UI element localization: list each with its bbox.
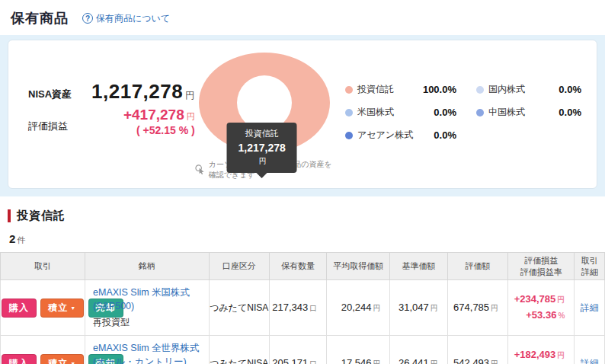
avg-price-cell: 20,244円 (327, 280, 390, 336)
asset-total-number: 1,217,278 (91, 80, 183, 103)
pl-amount-value: +182,493 (514, 349, 556, 360)
chevron-down-icon: ▼ (70, 361, 76, 364)
legend-label: アセアン株式 (357, 129, 434, 142)
pl-amount-unit: 円 (557, 351, 565, 359)
pl-amount-number: +417,278 (123, 107, 184, 123)
header-nav: 基準価額 (390, 253, 447, 280)
value-amount: 674,785 (453, 302, 489, 313)
table-header-row: 取引 銘柄 口座区分 保有数量 平均取得価額 基準価額 評価額 評価損益 評価損… (1, 253, 605, 280)
avg-price-value: 20,244 (341, 302, 372, 313)
header-pl: 評価損益 評価損益率 (508, 253, 575, 280)
holdings-count-number: 2 (9, 232, 15, 245)
nisa-summary-card: NISA資産 評価損益 1,217,278円 +417,278円 ( +52.1… (8, 40, 597, 189)
trade-actions-cell: 購入 積立▼ 売却 (1, 336, 85, 364)
legend-label: 米国株式 (357, 106, 434, 119)
avg-price-unit: 円 (373, 304, 380, 312)
tsumitate-dropdown-button[interactable]: 積立▼ (40, 299, 84, 318)
header-pl-line2: 評価損益率 (508, 267, 574, 278)
header-detail: 取引 詳細 (575, 253, 605, 280)
quantity-unit: 口 (309, 304, 317, 312)
pl-amount-line: +182,493円 (508, 347, 565, 363)
header-name: 銘柄 (85, 253, 210, 280)
pl-cell: +234,785円 +53.36% (508, 280, 575, 336)
legend-value: 0.0% (559, 107, 581, 118)
pl-label: 評価損益 (28, 120, 89, 133)
holdings-count: 2件 (9, 232, 605, 246)
section-header: 投資信託 (8, 209, 605, 223)
legend-item-domestic-stock: 国内株式 0.0% (476, 83, 581, 96)
header-value: 評価額 (447, 253, 507, 280)
value-unit: 円 (491, 359, 498, 364)
section-title: 投資信託 (17, 209, 66, 223)
cursor-icon (195, 164, 205, 176)
table-row: 購入 積立▼ 売却 eMAXIS Slim 米国株式(S&P500) 再投資型 … (1, 280, 605, 336)
buy-button[interactable]: 購入 (2, 299, 37, 318)
summary-values: 1,217,278円 +417,278円 ( +52.15 % ) (89, 51, 195, 180)
allocation-chart-area: 投資信託 1,217,278円 カーソルを乗せると各商品の資産を確認できます (195, 51, 335, 180)
section-accent-bar (8, 209, 11, 222)
nav-value: 26,441 (399, 357, 429, 364)
tsumitate-label: 積立 (48, 357, 68, 364)
legend-dot-asean-stock (345, 132, 353, 139)
tooltip-category: 投資信託 (238, 128, 286, 139)
header-avg-price: 平均取得価額 (327, 253, 390, 280)
avg-price-value: 17,546 (341, 357, 372, 364)
tooltip-unit: 円 (259, 157, 267, 165)
header-pl-line1: 評価損益 (508, 255, 574, 267)
pl-amount-value: +234,785 (514, 293, 556, 305)
legend-column-1: 投資信託 100.0% 米国株式 0.0% アセアン株式 0.0% (345, 83, 456, 180)
legend-label: 中国株式 (488, 106, 559, 119)
legend-dot-china-stock (476, 109, 484, 117)
nav-unit: 円 (431, 359, 438, 364)
quantity-value: 205,171 (272, 357, 308, 364)
pl-percent-unit: % (558, 311, 565, 320)
account-type-cell: つみたてNISA (209, 336, 269, 364)
allocation-legend: 投資信託 100.0% 米国株式 0.0% アセアン株式 0.0% 国内株式 (335, 51, 581, 180)
asset-total-unit: 円 (185, 90, 195, 101)
avg-price-cell: 17,546円 (327, 336, 390, 364)
page-title: 保有商品 (11, 9, 69, 27)
asset-label: NISA資産 (28, 88, 89, 101)
value-cell: 674,785円 (447, 280, 507, 336)
pl-percent-line: +53.36% (508, 308, 565, 324)
avg-price-unit: 円 (373, 359, 380, 364)
value-cell: 542,493円 (447, 336, 507, 364)
detail-cell: 詳細 (575, 280, 605, 336)
chevron-down-icon: ▼ (70, 305, 76, 311)
tooltip-value: 1,217,278円 (238, 142, 286, 167)
asset-total-value: 1,217,278円 (89, 80, 195, 104)
holdings-count-unit: 件 (17, 235, 25, 244)
header-detail-line2: 詳細 (575, 267, 604, 278)
detail-link[interactable]: 詳細 (581, 302, 599, 313)
about-holdings-link[interactable]: ? 保有商品について (82, 12, 170, 25)
legend-dot-domestic-stock (476, 86, 484, 94)
legend-label: 投資信託 (357, 83, 423, 96)
pl-amount: +417,278円 (89, 107, 195, 123)
header-quantity: 保有数量 (269, 253, 326, 280)
page-header: 保有商品 ? 保有商品について (0, 0, 605, 35)
pl-cell: +182,493円 +50.69% (508, 336, 575, 364)
about-holdings-label: 保有商品について (96, 12, 170, 25)
nav-cell: 26,441円 (390, 336, 447, 364)
fund-type: 再投資型 (93, 316, 201, 329)
legend-dot-toushin (345, 86, 353, 94)
fund-name-link[interactable]: eMAXIS Slim 米国株式(S&P500) (93, 286, 201, 313)
summary-labels: NISA資産 評価損益 (28, 51, 89, 180)
buy-button[interactable]: 購入 (2, 354, 37, 364)
header-trade: 取引 (1, 253, 85, 280)
pl-amount-unit: 円 (557, 295, 565, 304)
detail-link[interactable]: 詳細 (581, 358, 599, 364)
tooltip-number: 1,217,278 (238, 142, 286, 154)
legend-item-us-stock: 米国株式 0.0% (345, 106, 456, 119)
quantity-value: 217,343 (272, 302, 308, 313)
fund-name-link[interactable]: eMAXIS Slim 全世界株式(オール・カントリー) (93, 342, 201, 364)
nav-value: 31,047 (399, 302, 429, 313)
legend-value: 0.0% (434, 107, 456, 118)
value-unit: 円 (491, 304, 498, 312)
quantity-cell: 205,171口 (269, 336, 326, 364)
legend-dot-us-stock (345, 109, 353, 117)
tsumitate-dropdown-button[interactable]: 積立▼ (40, 354, 84, 364)
legend-label: 国内株式 (488, 83, 559, 96)
pl-percent-value: +53.36 (526, 309, 556, 321)
legend-value: 100.0% (423, 84, 456, 95)
